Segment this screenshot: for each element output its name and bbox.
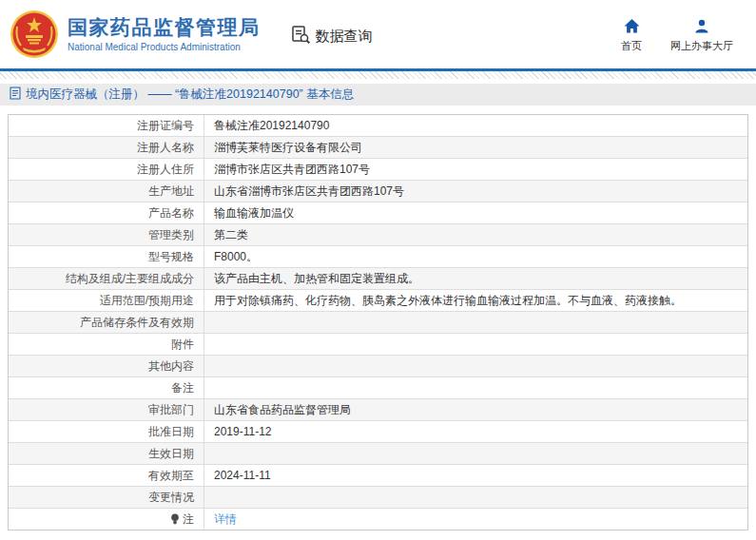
row-label: 审批部门	[9, 399, 204, 420]
row-value	[204, 487, 747, 508]
row-label: 其他内容	[9, 356, 204, 376]
nav-home-label: 首页	[621, 39, 642, 53]
table-row: 批准日期2019-11-12	[9, 420, 747, 442]
site-header: 国家药品监督管理局 National Medical Products Admi…	[0, 0, 756, 71]
row-label: 附件	[9, 334, 204, 355]
info-table: 注册证编号鲁械注准20192140790注册人名称淄博芙莱特医疗设备有限公司注册…	[8, 114, 748, 530]
breadcrumb: 境内医疗器械（注册） —— “鲁械注准20192140790” 基本信息	[0, 84, 756, 106]
table-row: 产品储存条件及有效期	[9, 311, 747, 333]
row-label: 批准日期	[9, 421, 204, 442]
table-row: 生产地址山东省淄博市张店区共青团西路107号	[9, 180, 747, 202]
row-value	[204, 443, 747, 464]
data-query-label: 数据查询	[316, 28, 373, 46]
table-row: 注详情	[9, 508, 747, 530]
row-value: 第二类	[204, 224, 747, 245]
main-content: 注册证编号鲁械注准20192140790注册人名称淄博芙莱特医疗设备有限公司注册…	[0, 106, 756, 530]
breadcrumb-text: 境内医疗器械（注册） —— “鲁械注准20192140790” 基本信息	[26, 87, 354, 103]
home-icon	[624, 19, 640, 35]
nav-item-home[interactable]: 首页	[621, 19, 642, 53]
table-row: 产品名称输血输液加温仪	[9, 202, 747, 223]
nav-service-hall-label: 网上办事大厅	[670, 39, 733, 53]
site-subtitle: National Medical Products Administration	[68, 42, 261, 52]
table-row: 管理类别第二类	[9, 223, 747, 245]
brand-home-link[interactable]: 国家药品监督管理局 National Medical Products Admi…	[10, 10, 261, 59]
row-label: 适用范围/预期用途	[9, 290, 204, 311]
table-row: 注册人名称淄博芙莱特医疗设备有限公司	[9, 136, 747, 158]
row-value: 山东省食品药品监督管理局	[204, 399, 747, 420]
row-value	[204, 312, 747, 333]
document-icon	[10, 87, 21, 103]
table-row: 适用范围/预期用途用于对除镇痛药、化疗药物、胰岛素之外液体进行输血输液过程加温。…	[9, 289, 747, 311]
table-row: 附件	[9, 333, 747, 355]
table-row: 生效日期	[9, 442, 747, 464]
table-row: 审批部门山东省食品药品监督管理局	[9, 398, 747, 420]
row-value: 2024-11-11	[204, 465, 747, 486]
table-row: 有效期至2024-11-11	[9, 464, 747, 486]
row-label: 管理类别	[9, 224, 204, 245]
row-value: 山东省淄博市张店区共青团西路107号	[204, 181, 747, 202]
table-row: 注册证编号鲁械注准20192140790	[9, 115, 747, 136]
table-row: 结构及组成/主要组成成分该产品由主机、加热管和固定装置组成。	[9, 267, 747, 289]
table-row: 变更情况	[9, 486, 747, 508]
hatch-divider	[0, 71, 756, 79]
row-label: 注册人住所	[9, 159, 204, 180]
table-row: 其他内容	[9, 355, 747, 376]
top-nav: 首页 网上办事大厅	[621, 19, 746, 53]
row-label: 注册证编号	[9, 115, 204, 136]
row-value: 鲁械注准20192140790	[204, 115, 747, 136]
row-label: 生效日期	[9, 443, 204, 464]
site-title: 国家药品监督管理局	[68, 16, 261, 38]
table-row: 备注	[9, 376, 747, 398]
data-query-section[interactable]: 数据查询	[291, 25, 373, 48]
user-icon	[694, 19, 709, 35]
row-label: 注册人名称	[9, 137, 204, 158]
table-row: 型号规格F8000。	[9, 245, 747, 267]
row-value	[204, 356, 747, 376]
row-value: 详情	[204, 509, 747, 530]
row-value	[204, 334, 747, 355]
row-label: 有效期至	[9, 465, 204, 486]
detail-link[interactable]: 详情	[214, 512, 237, 526]
note-icon	[170, 513, 180, 525]
row-label: 变更情况	[9, 487, 204, 508]
row-value: 该产品由主机、加热管和固定装置组成。	[204, 268, 747, 289]
row-value: 淄博市张店区共青团西路107号	[204, 159, 747, 180]
row-label: 型号规格	[9, 246, 204, 267]
row-value: 2019-11-12	[204, 421, 747, 442]
row-value: 输血输液加温仪	[204, 202, 747, 223]
document-search-icon	[291, 25, 311, 48]
row-value	[204, 377, 747, 398]
national-emblem-logo	[10, 10, 59, 59]
row-label: 产品名称	[9, 202, 204, 223]
nav-item-service-hall[interactable]: 网上办事大厅	[670, 19, 733, 53]
site-title-block: 国家药品监督管理局 National Medical Products Admi…	[68, 16, 261, 51]
row-label: 备注	[9, 377, 204, 398]
row-label: 结构及组成/主要组成成分	[9, 268, 204, 289]
row-label: 生产地址	[9, 181, 204, 202]
row-label: 注	[9, 509, 204, 530]
row-label: 产品储存条件及有效期	[9, 312, 204, 333]
table-row: 注册人住所淄博市张店区共青团西路107号	[9, 158, 747, 180]
row-value: 淄博芙莱特医疗设备有限公司	[204, 137, 747, 158]
row-value: 用于对除镇痛药、化疗药物、胰岛素之外液体进行输血输液过程加温。不与血液、药液接触…	[204, 290, 747, 311]
row-value: F8000。	[204, 246, 747, 267]
